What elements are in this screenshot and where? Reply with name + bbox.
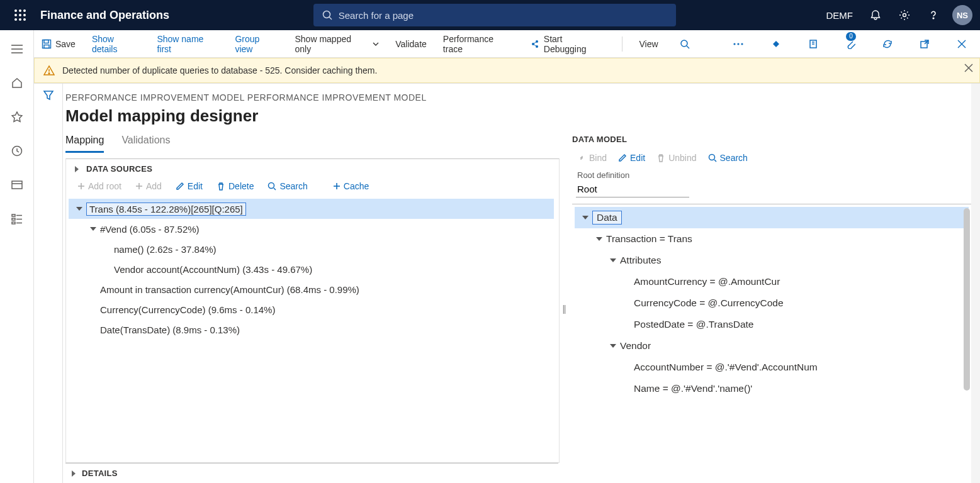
close-icon[interactable]: [952, 33, 972, 55]
tree-node[interactable]: Trans (8.45s - 122.28%)[265][Q:265]: [69, 199, 554, 219]
root-definition-label: Root definition: [572, 170, 971, 180]
bind-button[interactable]: Bind: [577, 153, 607, 163]
tree-node[interactable]: Attributes: [575, 250, 969, 271]
tree-node[interactable]: AccountNumber = @.'#Vend'.AccountNum: [575, 357, 969, 378]
refresh-icon[interactable]: [877, 33, 898, 55]
modules-icon[interactable]: [7, 209, 27, 229]
global-search[interactable]: [313, 4, 676, 26]
tree-node[interactable]: name() (2.62s - 37.84%): [69, 239, 554, 259]
svg-point-8: [23, 18, 26, 21]
avatar-initials: NS: [952, 5, 972, 25]
tree-node[interactable]: Amount in transaction currency(AmountCur…: [69, 279, 554, 299]
tree-node[interactable]: CurrencyCode = @.CurrencyCode: [575, 292, 969, 314]
svg-rect-17: [12, 181, 22, 189]
breadcrumb: PERFORMANCE IMPROVEMENT MODEL PERFORMANC…: [63, 92, 971, 103]
tab-validations[interactable]: Validations: [121, 135, 170, 153]
svg-line-31: [533, 42, 537, 44]
svg-point-35: [734, 43, 736, 45]
gear-icon[interactable]: [892, 0, 917, 30]
tree-node[interactable]: Currency(CurrencyCode) (9.6ms - 0.14%): [69, 299, 554, 319]
tree-node[interactable]: Date(TransDate) (8.9ms - 0.13%): [69, 319, 554, 340]
splitter[interactable]: ‖: [560, 135, 568, 483]
star-icon[interactable]: [7, 107, 27, 127]
data-sources-toolbar: Add root Add Edit Delete Search Cache: [66, 179, 559, 197]
help-icon[interactable]: [921, 0, 946, 30]
svg-point-4: [19, 14, 21, 16]
find-icon[interactable]: [675, 33, 696, 55]
svg-point-9: [323, 11, 330, 18]
svg-line-10: [329, 17, 332, 19]
add-root-button[interactable]: Add root: [77, 181, 121, 191]
tree-node[interactable]: Vendor: [575, 335, 969, 357]
details-section[interactable]: DETAILS: [65, 463, 558, 483]
tree-node[interactable]: Name = @.'#Vend'.'name()': [575, 378, 969, 399]
unbind-button[interactable]: Unbind: [656, 153, 696, 163]
svg-rect-20: [12, 218, 15, 220]
more-icon[interactable]: [728, 33, 749, 55]
tree-node[interactable]: Transaction = Trans: [575, 228, 969, 250]
svg-point-6: [14, 18, 17, 21]
tree-node[interactable]: AmountCurrency = @.AmountCur: [575, 271, 969, 292]
bell-icon[interactable]: [863, 0, 888, 30]
svg-rect-21: [12, 222, 15, 224]
dm-edit-button[interactable]: Edit: [618, 153, 645, 163]
tree-node[interactable]: Vendor account(AccountNum) (3.43s - 49.6…: [69, 259, 554, 279]
svg-line-34: [687, 46, 689, 48]
show-name-first-button[interactable]: Show name first: [157, 34, 218, 54]
clock-icon[interactable]: [7, 141, 27, 161]
show-mapped-dropdown[interactable]: Show mapped only: [295, 34, 379, 54]
search-button[interactable]: Search: [268, 181, 307, 191]
filter-rail: [34, 84, 63, 483]
data-model-tree: Data Transaction = Trans Attributes Amou…: [572, 204, 971, 483]
root-definition-input[interactable]: [576, 181, 689, 197]
save-button[interactable]: Save: [42, 39, 76, 49]
delete-button[interactable]: Delete: [217, 181, 254, 191]
save-label: Save: [55, 39, 76, 49]
tab-mapping[interactable]: Mapping: [65, 135, 104, 153]
page-scrollbar[interactable]: [971, 84, 980, 483]
performance-trace-button[interactable]: Performance trace: [443, 34, 514, 54]
svg-rect-19: [12, 214, 15, 216]
warning-bar: Detected number of duplicate queries to …: [34, 58, 980, 83]
edit-button[interactable]: Edit: [176, 181, 203, 191]
company-label[interactable]: DEMF: [819, 10, 859, 21]
home-icon[interactable]: [7, 73, 27, 93]
popout-icon[interactable]: [915, 33, 935, 55]
svg-rect-26: [44, 40, 48, 43]
tabs: Mapping Validations: [63, 135, 560, 153]
avatar[interactable]: NS: [950, 0, 975, 30]
data-model-toolbar: Bind Edit Unbind Search: [572, 152, 971, 170]
warning-icon: [43, 65, 55, 76]
svg-point-12: [933, 18, 934, 19]
tree-node[interactable]: PostedDate = @.TransDate: [575, 314, 969, 335]
workspace-icon[interactable]: [7, 175, 27, 195]
cache-button[interactable]: Cache: [333, 181, 369, 191]
tree-node[interactable]: Data: [575, 207, 969, 228]
filter-icon[interactable]: [43, 90, 54, 483]
svg-point-2: [23, 9, 26, 12]
validate-button[interactable]: Validate: [395, 39, 427, 49]
svg-line-32: [533, 44, 537, 47]
svg-point-5: [23, 14, 26, 16]
expand-icon[interactable]: [74, 166, 86, 172]
svg-point-36: [738, 43, 740, 45]
dm-search-button[interactable]: Search: [708, 153, 748, 163]
hamburger-icon[interactable]: [7, 39, 27, 59]
waffle-icon[interactable]: [5, 0, 35, 30]
pin-icon[interactable]: [765, 33, 786, 55]
data-sources-heading: DATA SOURCES: [86, 164, 152, 174]
svg-point-43: [48, 73, 50, 74]
warning-close-icon[interactable]: [964, 64, 973, 72]
add-button[interactable]: Add: [135, 181, 162, 191]
attachments-icon[interactable]: 0: [840, 33, 860, 55]
data-model-heading: DATA MODEL: [572, 135, 971, 144]
attach-icon[interactable]: [803, 33, 823, 55]
scrollbar[interactable]: [964, 208, 970, 479]
page-title: Model mapping designer: [65, 106, 971, 126]
search-input[interactable]: [339, 10, 667, 21]
show-details-button[interactable]: Show details: [92, 34, 140, 54]
tree-node[interactable]: #Vend (6.05s - 87.52%): [69, 219, 554, 239]
svg-point-11: [903, 14, 906, 17]
start-debugging-button[interactable]: Start Debugging: [530, 34, 605, 54]
group-view-button[interactable]: Group view: [235, 34, 278, 54]
